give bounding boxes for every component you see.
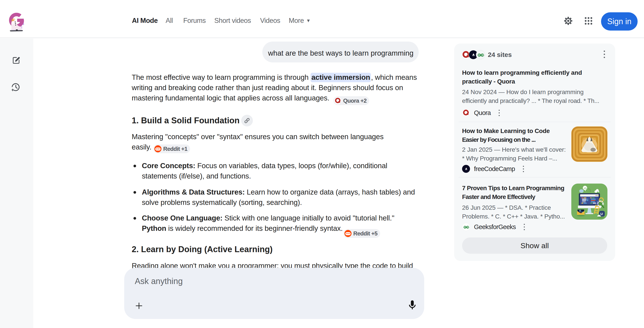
svg-text:</>: </>	[584, 187, 587, 189]
svg-text:U: U	[600, 212, 603, 216]
